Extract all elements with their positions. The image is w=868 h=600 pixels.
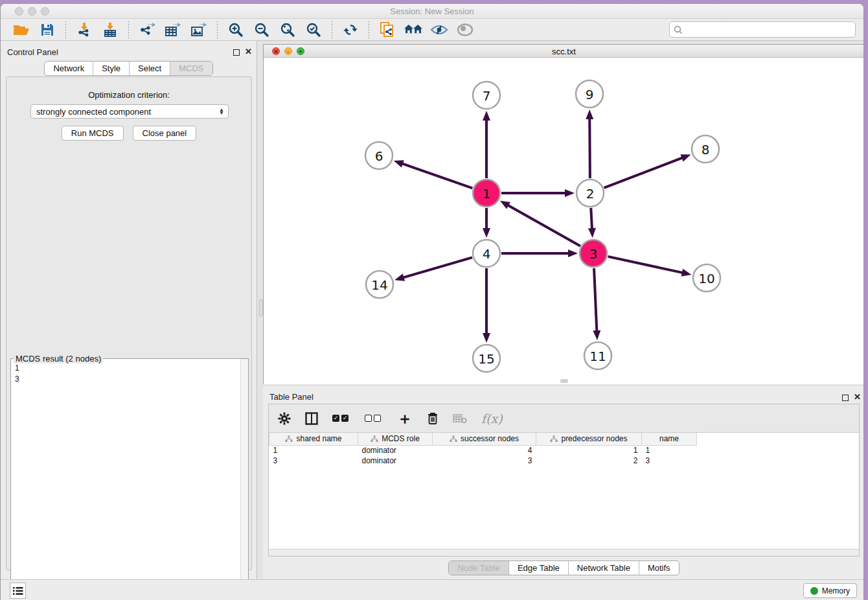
column-header[interactable]: successor nodes (433, 433, 536, 445)
cell-successor-nodes[interactable]: 3 (433, 456, 536, 466)
network-view-title: scc.txt (264, 47, 864, 56)
export-image-icon[interactable] (189, 21, 209, 38)
graph-edge[interactable] (394, 257, 472, 281)
cell-mcds-role[interactable]: dominator (358, 445, 433, 456)
graph-edge[interactable] (501, 249, 578, 257)
tab-select[interactable]: Select (129, 62, 170, 75)
zoom-out-icon[interactable] (252, 21, 271, 38)
graph-node[interactable]: 2 (577, 179, 604, 207)
table-panel: Table Panel ✕ ✓✓ ＋ (263, 386, 864, 579)
graph-edge[interactable] (483, 268, 490, 343)
cell-mcds-role[interactable]: dominator (358, 456, 433, 466)
delete-column-icon[interactable] (427, 410, 439, 427)
chevron-up-down-icon: ▲▼ (219, 108, 224, 115)
optimization-criterion-select[interactable]: strongly connected component ▲▼ (30, 104, 229, 119)
graph-edge[interactable] (608, 257, 691, 277)
canvas-hscrollbar[interactable] (560, 379, 568, 383)
zoom-selected-icon[interactable] (304, 21, 323, 38)
tab-network[interactable]: Network (45, 62, 93, 75)
graph-node[interactable]: 10 (693, 264, 720, 292)
import-network-icon[interactable] (74, 21, 94, 38)
import-table-icon[interactable] (100, 21, 120, 38)
result-scrollbar[interactable] (240, 359, 248, 600)
cell-name[interactable]: 3 (642, 456, 697, 466)
tab-edge-table[interactable]: Edge Table (508, 561, 568, 575)
show-details-icon (455, 21, 475, 38)
export-table-icon[interactable] (163, 21, 183, 38)
cell-successor-nodes[interactable]: 4 (433, 445, 536, 456)
graph-node[interactable]: 15 (473, 345, 500, 372)
graph-edge[interactable] (483, 111, 490, 178)
graph-edge[interactable] (593, 268, 600, 340)
search-input[interactable] (683, 25, 851, 34)
node-table: shared name MCDS role successor nodes pr… (269, 433, 697, 466)
splitter-grip[interactable] (259, 299, 263, 316)
svg-text:11: 11 (589, 349, 606, 364)
home-icon[interactable] (404, 21, 423, 38)
checkbox-checked-icon: ✓ (332, 415, 339, 422)
column-header[interactable]: shared name (269, 433, 358, 445)
duplicate-network-icon[interactable] (378, 21, 397, 38)
graph-edge[interactable] (500, 201, 580, 246)
cell-shared-name[interactable]: 1 (269, 445, 358, 456)
zoom-in-icon[interactable] (226, 21, 246, 38)
network-canvas[interactable]: 7968124314101511 (264, 58, 864, 384)
select-all-icon[interactable]: ✓✓ (332, 410, 350, 427)
deselect-all-icon[interactable] (365, 410, 383, 427)
cell-predecessor-nodes[interactable]: 2 (536, 456, 642, 466)
tab-node-table[interactable]: Node Table (449, 561, 508, 575)
column-header[interactable]: name (642, 433, 697, 445)
graph-node[interactable]: 6 (365, 142, 393, 169)
column-header[interactable]: predecessor nodes (536, 433, 642, 445)
table-row[interactable]: 3 dominator 3 2 3 (269, 456, 697, 466)
graph-node[interactable]: 7 (473, 82, 500, 109)
graph-edge[interactable] (501, 189, 575, 197)
run-mcds-button[interactable]: Run MCDS (62, 126, 124, 141)
tab-style[interactable]: Style (93, 62, 129, 75)
tab-motifs[interactable]: Motifs (639, 561, 679, 575)
zoom-fit-icon[interactable] (278, 21, 297, 38)
main-toolbar (1, 19, 863, 41)
close-panel-button[interactable]: Close panel (133, 126, 197, 141)
cell-shared-name[interactable]: 3 (269, 456, 358, 466)
memory-button[interactable]: Memory (803, 583, 857, 598)
graph-node[interactable]: 4 (473, 240, 500, 267)
column-header[interactable]: MCDS role (358, 433, 433, 445)
export-network-icon[interactable] (137, 21, 157, 38)
titlebar: Session: New Session (1, 4, 863, 19)
graph-edge[interactable] (483, 208, 490, 238)
network-graph: 7968124314101511 (264, 58, 864, 384)
close-table-panel-icon[interactable]: ✕ (854, 393, 861, 402)
task-history-button[interactable] (10, 583, 26, 599)
graph-node[interactable]: 8 (692, 135, 719, 163)
float-panel-icon[interactable] (233, 49, 240, 56)
cell-predecessor-nodes[interactable]: 1 (536, 445, 642, 456)
graph-node[interactable]: 9 (576, 80, 603, 108)
search-field[interactable] (669, 21, 856, 38)
graph-edge[interactable] (394, 160, 473, 188)
add-column-icon[interactable]: ＋ (397, 410, 413, 427)
table-header-row: shared name MCDS role successor nodes pr… (269, 433, 697, 445)
graph-node[interactable]: 14 (366, 271, 393, 298)
gear-icon[interactable] (278, 410, 291, 427)
float-table-panel-icon[interactable] (842, 395, 849, 401)
table-row[interactable]: 1 dominator 4 1 1 (269, 445, 697, 456)
hide-details-icon[interactable] (429, 21, 449, 38)
table-hscrollbar[interactable] (269, 549, 859, 556)
graph-node[interactable]: 3 (580, 240, 607, 267)
split-columns-icon[interactable] (305, 410, 318, 427)
graph-node[interactable]: 11 (584, 342, 611, 369)
network-view-titlebar: ✕ − + scc.txt (264, 45, 864, 58)
cell-name[interactable]: 1 (642, 445, 697, 456)
graph-edge[interactable] (604, 154, 691, 187)
tab-network-table[interactable]: Network Table (568, 561, 639, 575)
svg-text:6: 6 (375, 148, 383, 164)
tab-mcds[interactable]: MCDS (170, 62, 212, 75)
refresh-icon[interactable] (341, 21, 360, 38)
graph-node[interactable]: 1 (473, 179, 500, 207)
graph-edge[interactable] (586, 110, 593, 178)
open-session-icon[interactable] (12, 21, 31, 38)
close-panel-icon[interactable]: ✕ (245, 47, 252, 56)
save-session-icon[interactable] (38, 21, 57, 38)
graph-edge[interactable] (588, 208, 596, 238)
